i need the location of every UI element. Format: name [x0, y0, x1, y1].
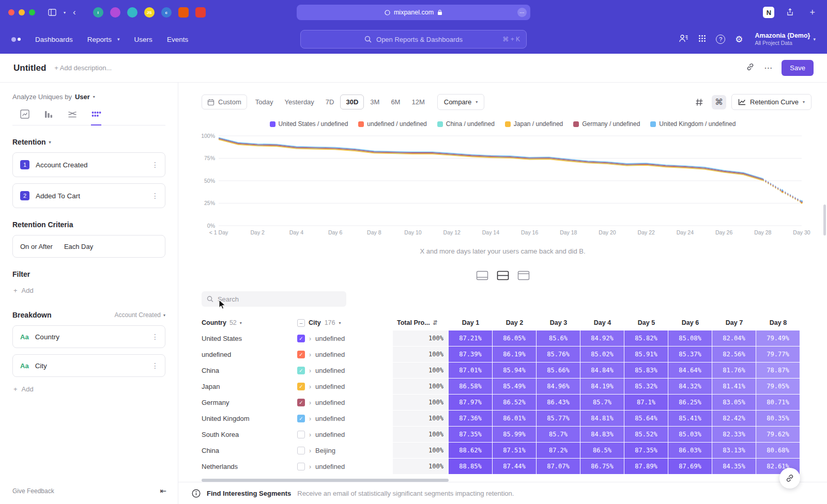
add-description[interactable]: + Add description...: [54, 64, 112, 72]
expand-row-icon[interactable]: ›: [309, 367, 311, 374]
retention-step-1[interactable]: 1 Account Created ⋮: [12, 152, 165, 177]
retention-value-cell[interactable]: 84.92%: [580, 330, 624, 346]
retention-value-cell[interactable]: 85.7%: [580, 395, 624, 411]
day-column-header[interactable]: Day 5: [624, 319, 668, 326]
shortcuts-command-icon[interactable]: ⌘: [712, 95, 726, 109]
retention-value-cell[interactable]: 85.02%: [580, 346, 624, 363]
row-checkbox[interactable]: ✓: [297, 383, 305, 390]
retention-value-cell[interactable]: 86.03%: [668, 443, 712, 459]
range-6m-button[interactable]: 6M: [386, 95, 405, 109]
retention-value-cell[interactable]: 84.84%: [580, 363, 624, 379]
select-all-checkbox[interactable]: –: [297, 319, 305, 327]
retention-value-cell[interactable]: 79.77%: [756, 346, 800, 363]
retention-value-cell[interactable]: 87.07%: [537, 459, 580, 475]
expand-row-icon[interactable]: ›: [309, 415, 311, 422]
expand-row-icon[interactable]: ›: [309, 383, 311, 390]
table-search-input[interactable]: [218, 295, 341, 303]
new-tab-icon[interactable]: +: [809, 7, 815, 18]
retention-value-cell[interactable]: 87.1%: [624, 395, 668, 411]
retention-value-cell[interactable]: 82.33%: [712, 427, 756, 443]
chevron-down-icon[interactable]: ▾: [64, 10, 66, 15]
legend-item[interactable]: United Kingdom / undefined: [650, 120, 736, 128]
row-checkbox[interactable]: ✓: [297, 351, 305, 358]
view-split-button[interactable]: [496, 270, 510, 283]
retention-value-cell[interactable]: 85.94%: [493, 363, 537, 379]
retention-value-cell[interactable]: 84.83%: [580, 427, 624, 443]
settings-gear-icon[interactable]: ⚙: [735, 34, 743, 45]
retention-value-cell[interactable]: 87.51%: [493, 443, 537, 459]
retention-value-cell[interactable]: 86.75%: [580, 459, 624, 475]
breakdown-country[interactable]: Aa Country ⋮: [12, 325, 165, 348]
back-icon[interactable]: ‹: [73, 7, 76, 18]
day-column-header[interactable]: Day 1: [449, 319, 493, 326]
favicon-cube[interactable]: [127, 7, 137, 18]
retention-value-cell[interactable]: 87.89%: [624, 459, 668, 475]
day-column-header[interactable]: Day 8: [756, 319, 800, 326]
nav-events[interactable]: Events: [167, 36, 188, 43]
retention-value-cell[interactable]: 87.01%: [449, 363, 493, 379]
retention-value-cell[interactable]: 86.25%: [668, 395, 712, 411]
retention-value-cell[interactable]: 85.82%: [624, 330, 668, 346]
project-switcher[interactable]: Amazonia {Demo} All Project Data ▾: [753, 32, 816, 47]
retention-value-cell[interactable]: 85.03%: [668, 427, 712, 443]
expand-row-icon[interactable]: ›: [309, 463, 311, 470]
analyze-entity-selector[interactable]: User: [75, 93, 90, 101]
add-filter-button[interactable]: + Add: [12, 287, 165, 294]
retention-value-cell[interactable]: 87.35%: [624, 443, 668, 459]
retention-value-cell[interactable]: 85.37%: [668, 346, 712, 363]
retention-value-cell[interactable]: 87.2%: [537, 443, 580, 459]
row-checkbox[interactable]: ✓: [297, 335, 305, 342]
day-column-header[interactable]: Day 6: [668, 319, 712, 326]
kebab-menu-icon[interactable]: ⋮: [151, 192, 159, 200]
nav-dashboards[interactable]: Dashboards: [35, 36, 73, 43]
favicon-red-app[interactable]: [195, 7, 206, 18]
retention-value-cell[interactable]: 84.96%: [537, 379, 580, 395]
expand-row-icon[interactable]: ›: [309, 447, 311, 454]
retention-value-cell[interactable]: 88.85%: [449, 459, 493, 475]
mixpanel-logo[interactable]: [11, 37, 21, 42]
breakdown-context-selector[interactable]: Account Created▾: [115, 311, 165, 319]
retention-value-cell[interactable]: 85.83%: [624, 363, 668, 379]
retention-value-cell[interactable]: 85.08%: [668, 330, 712, 346]
retention-value-cell[interactable]: 85.41%: [668, 411, 712, 427]
favicon-dot[interactable]: [110, 7, 120, 18]
nav-reports[interactable]: Reports▾: [87, 36, 120, 43]
retention-value-cell[interactable]: 82.56%: [712, 346, 756, 363]
retention-value-cell[interactable]: 84.81%: [580, 411, 624, 427]
legend-item[interactable]: China / undefined: [437, 120, 495, 128]
add-breakdown-button[interactable]: + Add: [12, 385, 165, 393]
retention-value-cell[interactable]: 86.52%: [493, 395, 537, 411]
criteria-condition[interactable]: On or After: [20, 243, 53, 250]
legend-item[interactable]: Japan / undefined: [505, 120, 563, 128]
sort-icon[interactable]: ⇵: [433, 319, 438, 326]
retention-chart[interactable]: 100%75%50%25%0%< 1 DayDay 2Day 4Day 6Day…: [194, 131, 811, 243]
retention-value-cell[interactable]: 87.21%: [449, 330, 493, 346]
row-checkbox[interactable]: [297, 463, 305, 470]
retention-value-cell[interactable]: 83.13%: [712, 443, 756, 459]
compare-button[interactable]: Compare▾: [437, 94, 484, 110]
range-custom-button[interactable]: Custom: [202, 94, 247, 109]
retention-value-cell[interactable]: 82.04%: [712, 330, 756, 346]
row-checkbox[interactable]: [297, 431, 305, 438]
day-column-header[interactable]: Day 2: [493, 319, 537, 326]
zoom-window-button[interactable]: [29, 9, 35, 15]
kebab-menu-icon[interactable]: ⋮: [151, 333, 159, 341]
save-button[interactable]: Save: [782, 60, 814, 76]
retention-value-cell[interactable]: 85.76%: [537, 346, 580, 363]
retention-value-cell[interactable]: 84.64%: [668, 363, 712, 379]
row-checkbox[interactable]: [297, 447, 305, 454]
row-checkbox[interactable]: ✓: [297, 415, 305, 422]
close-window-button[interactable]: [8, 9, 14, 15]
retention-value-cell[interactable]: 84.32%: [668, 379, 712, 395]
help-icon[interactable]: ?: [716, 35, 725, 44]
retention-value-cell[interactable]: 79.62%: [756, 427, 800, 443]
nav-users[interactable]: Users: [134, 36, 152, 43]
retention-value-cell[interactable]: 85.52%: [624, 427, 668, 443]
retention-value-cell[interactable]: 85.6%: [537, 330, 580, 346]
day-column-header[interactable]: Day 7: [712, 319, 756, 326]
share-link-fab[interactable]: [779, 468, 800, 489]
range-7d-button[interactable]: 7D: [320, 95, 340, 109]
retention-value-cell[interactable]: 79.05%: [756, 379, 800, 395]
retention-value-cell[interactable]: 87.36%: [449, 411, 493, 427]
legend-item[interactable]: United States / undefined: [270, 120, 348, 128]
